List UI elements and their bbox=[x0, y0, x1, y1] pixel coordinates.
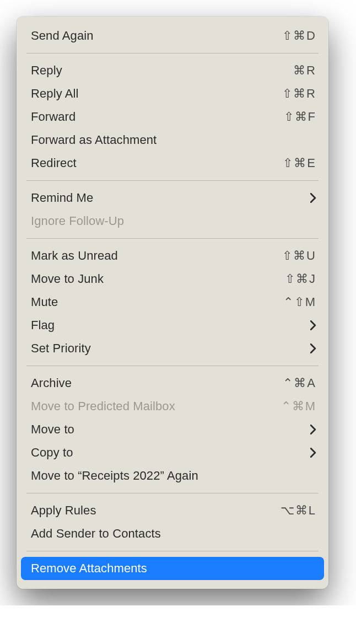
menu-item-rhs: ⌃⌘A bbox=[283, 376, 316, 390]
menu-section: Remove Attachments bbox=[17, 554, 328, 583]
menu-divider bbox=[26, 551, 319, 551]
menu-item-label: Send Again bbox=[31, 29, 94, 43]
menu-item-label: Remind Me bbox=[31, 191, 93, 205]
menu-item-ignore-follow-up: Ignore Follow-Up bbox=[17, 210, 328, 233]
menu-item-rhs: ⇧⌘E bbox=[283, 156, 316, 170]
menu-section: Reply ⌘R Reply All ⇧⌘R Forward ⇧⌘F Forwa… bbox=[17, 56, 328, 178]
menu-item-rhs: ⇧⌘D bbox=[282, 29, 316, 43]
menu-item-remove-attachments[interactable]: Remove Attachments bbox=[21, 557, 324, 580]
menu-item-set-priority[interactable]: Set Priority bbox=[17, 337, 328, 360]
menu-item-rhs: ⇧⌘R bbox=[282, 87, 316, 101]
menu-item-rhs: ⇧⌘F bbox=[284, 110, 316, 124]
menu-item-rhs bbox=[310, 193, 316, 203]
menu-item-label: Archive bbox=[31, 376, 72, 390]
keyboard-shortcut: ⌘R bbox=[293, 63, 316, 78]
menu-item-label: Redirect bbox=[31, 156, 77, 170]
context-menu: Send Again ⇧⌘D Reply ⌘R Reply All ⇧⌘R Fo… bbox=[17, 17, 328, 589]
menu-section: Mark as Unread ⇧⌘U Move to Junk ⇧⌘J Mute… bbox=[17, 241, 328, 363]
keyboard-shortcut: ⇧⌘U bbox=[282, 249, 316, 263]
menu-item-rhs: ⇧⌘U bbox=[282, 249, 316, 263]
menu-item-label: Move to Predicted Mailbox bbox=[31, 399, 175, 414]
menu-item-label: Move to “Receipts 2022” Again bbox=[31, 469, 198, 483]
menu-divider bbox=[26, 53, 319, 53]
keyboard-shortcut: ⌃⇧M bbox=[283, 295, 316, 309]
menu-item-rhs: ⌃⌘M bbox=[281, 399, 316, 414]
menu-item-label: Reply All bbox=[31, 87, 79, 101]
keyboard-shortcut: ⌥⌘L bbox=[281, 503, 316, 518]
menu-item-label: Apply Rules bbox=[31, 503, 96, 518]
menu-item-label: Flag bbox=[31, 318, 55, 332]
menu-item-forward[interactable]: Forward ⇧⌘F bbox=[17, 105, 328, 128]
menu-item-remind-me[interactable]: Remind Me bbox=[17, 186, 328, 210]
menu-item-label: Remove Attachments bbox=[31, 561, 147, 576]
chevron-right-icon bbox=[310, 344, 316, 353]
menu-item-move-to-junk[interactable]: Move to Junk ⇧⌘J bbox=[17, 267, 328, 291]
keyboard-shortcut: ⇧⌘E bbox=[283, 156, 316, 170]
menu-item-move-to-predicted-mailbox: Move to Predicted Mailbox ⌃⌘M bbox=[17, 395, 328, 418]
menu-item-label: Forward as Attachment bbox=[31, 133, 157, 147]
menu-item-label: Move to bbox=[31, 422, 74, 437]
menu-item-label: Reply bbox=[31, 63, 62, 78]
menu-item-redirect[interactable]: Redirect ⇧⌘E bbox=[17, 152, 328, 175]
menu-divider bbox=[26, 238, 319, 239]
menu-item-rhs: ⌥⌘L bbox=[281, 503, 316, 518]
menu-item-apply-rules[interactable]: Apply Rules ⌥⌘L bbox=[17, 499, 328, 522]
chevron-right-icon bbox=[310, 320, 316, 330]
menu-item-forward-as-attachment[interactable]: Forward as Attachment bbox=[17, 128, 328, 152]
menu-section: Send Again ⇧⌘D bbox=[17, 21, 328, 51]
menu-item-copy-to[interactable]: Copy to bbox=[17, 441, 328, 464]
menu-item-label: Add Sender to Contacts bbox=[31, 527, 161, 541]
menu-divider bbox=[26, 180, 319, 181]
menu-section: Archive ⌃⌘A Move to Predicted Mailbox ⌃⌘… bbox=[17, 368, 328, 491]
menu-item-label: Copy to bbox=[31, 446, 73, 460]
chevron-right-icon bbox=[310, 448, 316, 458]
menu-divider bbox=[26, 366, 319, 366]
keyboard-shortcut: ⇧⌘D bbox=[282, 29, 316, 43]
menu-item-rhs: ⌘R bbox=[293, 63, 316, 78]
menu-item-label: Move to Junk bbox=[31, 272, 104, 286]
menu-item-label: Ignore Follow-Up bbox=[31, 214, 124, 228]
menu-item-mark-as-unread[interactable]: Mark as Unread ⇧⌘U bbox=[17, 244, 328, 267]
keyboard-shortcut: ⇧⌘F bbox=[284, 110, 316, 124]
menu-item-add-sender-to-contacts[interactable]: Add Sender to Contacts bbox=[17, 522, 328, 545]
menu-item-mute[interactable]: Mute ⌃⇧M bbox=[17, 291, 328, 314]
menu-item-move-to-again[interactable]: Move to “Receipts 2022” Again bbox=[17, 464, 328, 487]
chevron-right-icon bbox=[310, 425, 316, 434]
menu-section: Remind Me Ignore Follow-Up bbox=[17, 183, 328, 236]
menu-item-label: Forward bbox=[31, 110, 75, 124]
menu-item-rhs bbox=[310, 448, 316, 458]
keyboard-shortcut: ⇧⌘J bbox=[285, 272, 316, 286]
menu-item-reply[interactable]: Reply ⌘R bbox=[17, 59, 328, 82]
menu-section: Apply Rules ⌥⌘L Add Sender to Contacts bbox=[17, 496, 328, 549]
menu-item-rhs bbox=[310, 425, 316, 434]
keyboard-shortcut: ⌃⌘A bbox=[283, 376, 316, 390]
menu-item-label: Mute bbox=[31, 295, 58, 309]
menu-item-rhs bbox=[310, 344, 316, 353]
menu-item-move-to[interactable]: Move to bbox=[17, 418, 328, 441]
menu-item-send-again[interactable]: Send Again ⇧⌘D bbox=[17, 24, 328, 47]
menu-item-archive[interactable]: Archive ⌃⌘A bbox=[17, 372, 328, 395]
menu-item-reply-all[interactable]: Reply All ⇧⌘R bbox=[17, 82, 328, 105]
menu-item-rhs: ⇧⌘J bbox=[285, 272, 316, 286]
menu-item-rhs bbox=[310, 320, 316, 330]
menu-item-label: Set Priority bbox=[31, 341, 91, 356]
menu-item-rhs: ⌃⇧M bbox=[283, 295, 316, 309]
keyboard-shortcut: ⇧⌘R bbox=[282, 87, 316, 101]
menu-divider bbox=[26, 493, 319, 493]
chevron-right-icon bbox=[310, 193, 316, 203]
menu-item-label: Mark as Unread bbox=[31, 249, 118, 263]
keyboard-shortcut: ⌃⌘M bbox=[281, 399, 316, 414]
menu-item-flag[interactable]: Flag bbox=[17, 314, 328, 337]
